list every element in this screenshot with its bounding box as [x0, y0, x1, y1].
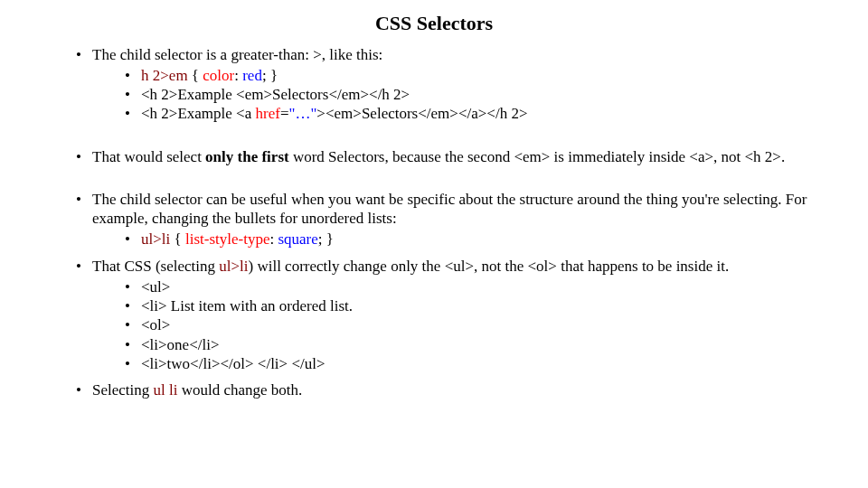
- b2-p2: word Selectors, because the second <em> …: [289, 148, 786, 165]
- b1-s3: <h 2>Example <a href="…"><em>Selectors</…: [128, 104, 832, 123]
- b3-s1: ul>li { list-style-type: square; }: [128, 230, 832, 249]
- slide: CSS Selectors The child selector is a gr…: [0, 0, 868, 488]
- page-title: CSS Selectors: [36, 11, 832, 36]
- b4-s5: <li>two</li></ol> </li> </ul>: [128, 354, 832, 373]
- b1-s1: h 2>em { color: red; }: [128, 66, 832, 85]
- b2-p1: That would select: [92, 148, 205, 165]
- b1-s2: <h 2>Example <em>Selectors</em></h 2>: [128, 85, 832, 104]
- spacer: [80, 174, 832, 190]
- bullet-2: That would select only the first word Se…: [80, 147, 832, 166]
- spacer: [80, 131, 832, 147]
- b4-s1: <ul>: [128, 277, 832, 296]
- bullet-1: The child selector is a greater-than: >,…: [80, 45, 832, 124]
- b5-p1: Selecting: [92, 381, 154, 399]
- bullet-3: The child selector can be useful when yo…: [80, 190, 832, 249]
- code-line: <h 2>Example <a href="…"><em>Selectors</…: [141, 105, 528, 122]
- b5-sel: ul li: [154, 381, 178, 399]
- bullet-4: That CSS (selecting ul>li) will correctl…: [80, 257, 832, 374]
- b4-p1: That CSS (selecting: [92, 258, 219, 275]
- bullet-list: The child selector is a greater-than: >,…: [36, 45, 832, 400]
- b4-s2: <li> List item with an ordered list.: [128, 296, 832, 315]
- b4-p2: ) will correctly change only the <ul>, n…: [249, 258, 730, 275]
- b4-s3: <ol>: [128, 315, 832, 334]
- bullet-4-sub: <ul> <li> List item with an ordered list…: [92, 277, 832, 373]
- bullet-5: Selecting ul li would change both.: [80, 380, 832, 399]
- code-line: ul>li { list-style-type: square; }: [141, 230, 334, 248]
- code-line: <h 2>Example <em>Selectors</em></h 2>: [141, 86, 410, 103]
- b4-s4: <li>one</li>: [128, 335, 832, 354]
- b2-strong: only the first: [205, 148, 289, 165]
- bullet-1-sub: h 2>em { color: red; } <h 2>Example <em>…: [92, 66, 832, 124]
- b4-sel: ul>li: [219, 258, 248, 275]
- code-line: h 2>em { color: red; }: [141, 67, 278, 84]
- b5-p2: would change both.: [177, 381, 302, 399]
- b3-text: The child selector can be useful when yo…: [92, 191, 807, 227]
- bullet-3-sub: ul>li { list-style-type: square; }: [92, 230, 832, 249]
- bullet-1-text: The child selector is a greater-than: >,…: [92, 46, 382, 63]
